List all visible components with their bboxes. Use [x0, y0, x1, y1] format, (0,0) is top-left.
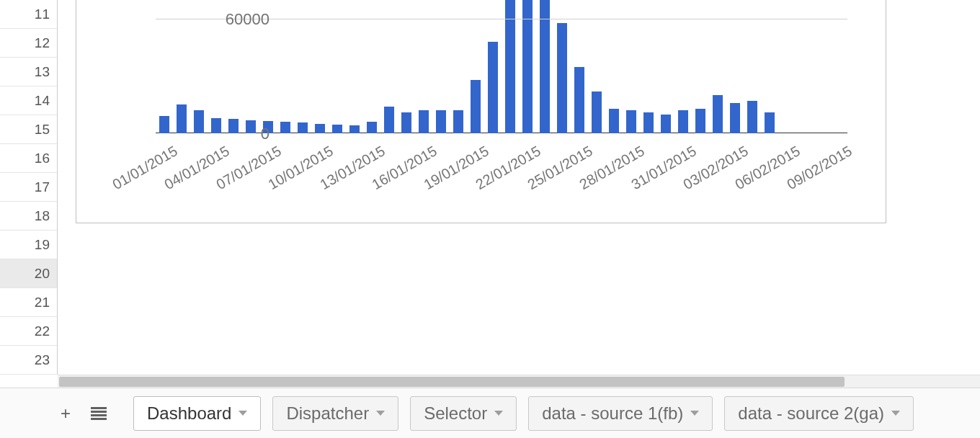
horizontal-scrollbar[interactable] — [58, 375, 980, 388]
row-header[interactable]: 20 — [0, 259, 58, 288]
row-header[interactable]: 14 — [0, 86, 58, 115]
chart-bar — [661, 115, 670, 133]
sheet-tab[interactable]: Dashboard — [133, 396, 261, 431]
row-header-gutter: 11121314151617181920212223 — [0, 0, 58, 375]
chart-bar — [419, 110, 428, 133]
chart-bar — [765, 112, 774, 133]
chart-bar — [522, 0, 532, 133]
plus-icon: + — [61, 403, 71, 424]
chart-bar — [643, 112, 653, 133]
chart-y-tick: 0 — [125, 125, 270, 143]
horizontal-scrollbar-thumb[interactable] — [59, 377, 845, 387]
sheet-tab[interactable]: Dispatcher — [272, 396, 398, 431]
sheet-tab-label: data - source 2(ga) — [738, 403, 884, 424]
row-header[interactable]: 12 — [0, 29, 58, 58]
all-sheets-button[interactable] — [87, 402, 110, 425]
chart-bar — [730, 103, 739, 133]
row-header[interactable]: 15 — [0, 115, 58, 144]
chart-bar — [453, 110, 463, 133]
sheet-tab[interactable]: Selector — [410, 396, 517, 431]
chart-bar — [695, 109, 705, 133]
chart-bar — [367, 122, 376, 133]
row-header[interactable]: 22 — [0, 317, 58, 346]
sheet-tab[interactable]: data - source 1(fb) — [528, 396, 713, 431]
chart-bar — [678, 110, 687, 133]
chart-bar — [592, 91, 601, 133]
chart-x-tick-labels: 01/01/201504/01/201507/01/201510/01/2015… — [156, 137, 847, 216]
chart-bar — [609, 109, 618, 133]
chart-bar — [332, 125, 342, 133]
chart-bar — [401, 112, 411, 133]
sheet-tab-bar: + DashboardDispatcherSelectordata - sour… — [0, 388, 980, 438]
chart-bar — [349, 125, 359, 133]
chart-bar — [280, 122, 290, 133]
chart-y-tick: 60000 — [125, 10, 270, 29]
chart-bar — [488, 42, 497, 133]
chevron-down-icon — [690, 411, 699, 416]
chart-panel: 01/01/201504/01/201507/01/201510/01/2015… — [76, 0, 886, 223]
row-header[interactable]: 19 — [0, 231, 58, 259]
chart-bar — [384, 107, 393, 133]
row-header[interactable]: 16 — [0, 144, 58, 173]
chevron-down-icon — [891, 411, 900, 416]
row-header[interactable]: 13 — [0, 58, 58, 86]
chevron-down-icon — [376, 411, 385, 416]
menu-icon — [91, 407, 107, 420]
chart-bar — [747, 101, 757, 133]
chart-bar — [471, 80, 480, 133]
chart-bar — [574, 67, 584, 134]
chart-bar — [436, 110, 445, 133]
chart-bar — [557, 23, 566, 133]
chevron-down-icon — [494, 411, 503, 416]
chart-bar — [505, 0, 514, 133]
chart-bar — [540, 0, 549, 133]
add-sheet-button[interactable]: + — [54, 402, 77, 425]
sheet-tab-label: data - source 1(fb) — [542, 403, 683, 424]
chevron-down-icon — [239, 411, 247, 416]
row-header[interactable]: 17 — [0, 173, 58, 202]
sheet-tab-label: Dispatcher — [286, 403, 369, 424]
row-header[interactable]: 21 — [0, 288, 58, 317]
sheet-tabs: DashboardDispatcherSelectordata - source… — [133, 396, 914, 431]
chart-bar — [626, 110, 636, 133]
sheet-tab-label: Dashboard — [147, 403, 231, 424]
sheet-tab-label: Selector — [424, 403, 487, 424]
chart-bar — [298, 122, 307, 133]
chart-bar — [315, 124, 324, 133]
sheet-tab[interactable]: data - source 2(ga) — [724, 396, 914, 431]
row-header[interactable]: 18 — [0, 202, 58, 231]
chart-bar — [713, 95, 722, 133]
row-header[interactable]: 11 — [0, 0, 58, 29]
row-header[interactable]: 23 — [0, 346, 58, 375]
